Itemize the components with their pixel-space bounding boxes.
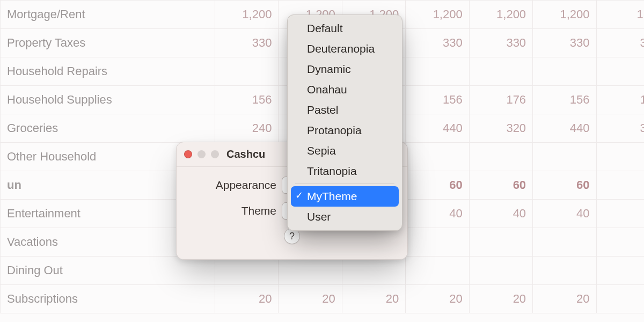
cell[interactable]: 156 xyxy=(533,86,596,114)
cell[interactable]: 20 xyxy=(342,285,405,313)
cell[interactable] xyxy=(406,143,469,171)
cell[interactable] xyxy=(596,143,644,171)
table-row: Subscriptions2020202020202 xyxy=(1,285,645,313)
cell[interactable]: 32 xyxy=(596,114,644,143)
cell[interactable]: 60 xyxy=(533,171,596,200)
cell[interactable] xyxy=(406,57,469,86)
cell[interactable] xyxy=(596,257,644,285)
menu-item-sepia[interactable]: Sepia xyxy=(291,141,399,161)
cell[interactable]: 4 xyxy=(596,200,644,228)
cell[interactable]: 33 xyxy=(596,29,644,57)
cell[interactable]: 20 xyxy=(469,285,532,313)
menu-item-protanopia[interactable]: Protanopia xyxy=(291,120,399,141)
cell[interactable]: 330 xyxy=(406,29,469,57)
cell[interactable]: 156 xyxy=(406,86,469,114)
cell[interactable]: 320 xyxy=(469,114,532,143)
table-row: Dining Out xyxy=(1,257,645,285)
appearance-label: Appearance xyxy=(191,179,282,192)
cell[interactable] xyxy=(533,57,596,86)
cell[interactable] xyxy=(596,57,644,86)
cell[interactable]: 1,2 xyxy=(596,1,644,29)
cell[interactable] xyxy=(342,257,405,285)
cell[interactable] xyxy=(469,228,532,257)
menu-separator xyxy=(295,184,394,184)
menu-item-mytheme[interactable]: MyTheme xyxy=(291,186,399,207)
cell[interactable]: 40 xyxy=(406,200,469,228)
menu-item-onahau[interactable]: Onahau xyxy=(291,79,399,100)
cell[interactable] xyxy=(533,228,596,257)
cell[interactable] xyxy=(469,57,532,86)
close-icon[interactable] xyxy=(184,150,192,158)
menu-item-default[interactable]: Default xyxy=(291,18,399,39)
cell[interactable] xyxy=(215,57,279,86)
cell[interactable]: 40 xyxy=(533,200,596,228)
cell[interactable]: 240 xyxy=(215,114,279,143)
cell[interactable]: 156 xyxy=(215,86,279,114)
minimize-icon[interactable] xyxy=(197,150,206,158)
cell[interactable]: 440 xyxy=(406,114,469,143)
cell[interactable] xyxy=(533,143,596,171)
cell[interactable]: 20 xyxy=(406,285,469,313)
window-title: Cashcu xyxy=(226,148,265,160)
cell[interactable] xyxy=(533,257,596,285)
cell[interactable]: 20 xyxy=(533,285,596,313)
cell[interactable]: 176 xyxy=(469,86,532,114)
row-label: Household Supplies xyxy=(1,86,215,114)
row-label: Groceries xyxy=(1,114,215,143)
theme-menu[interactable]: DefaultDeuteranopiaDynamicOnahauPastelPr… xyxy=(287,14,402,231)
cell[interactable]: 1,200 xyxy=(533,1,596,29)
zoom-icon[interactable] xyxy=(211,150,219,158)
row-label: Subscriptions xyxy=(1,285,215,313)
cell[interactable]: 1,200 xyxy=(469,1,532,29)
cell[interactable]: 2 xyxy=(596,285,644,313)
row-label: Household Repairs xyxy=(1,57,215,86)
cell[interactable]: 1,200 xyxy=(215,1,279,29)
menu-item-dynamic[interactable]: Dynamic xyxy=(291,59,399,79)
row-label: Dining Out xyxy=(1,257,215,285)
row-label: Mortgage/Rent xyxy=(1,1,215,29)
cell[interactable]: 440 xyxy=(533,114,596,143)
cell[interactable]: 60 xyxy=(406,171,469,200)
theme-label: Theme xyxy=(191,204,282,217)
cell[interactable]: 330 xyxy=(215,29,279,57)
cell[interactable]: 17 xyxy=(596,86,644,114)
menu-item-tritanopia[interactable]: Tritanopia xyxy=(291,161,399,181)
cell[interactable]: 330 xyxy=(469,29,532,57)
cell[interactable]: 40 xyxy=(469,200,532,228)
row-label: Property Taxes xyxy=(1,29,215,57)
menu-item-pastel[interactable]: Pastel xyxy=(291,100,399,120)
cell[interactable] xyxy=(406,228,469,257)
window-traffic-lights xyxy=(184,150,219,158)
cell[interactable]: 6 xyxy=(596,171,644,200)
cell[interactable]: 20 xyxy=(215,285,279,313)
cell[interactable]: 60 xyxy=(469,171,532,200)
menu-item-user[interactable]: User xyxy=(291,207,399,227)
cell[interactable] xyxy=(596,228,644,257)
cell[interactable]: 1,200 xyxy=(406,1,469,29)
cell[interactable]: 20 xyxy=(279,285,342,313)
cell[interactable] xyxy=(469,143,532,171)
cell[interactable]: 330 xyxy=(533,29,596,57)
cell[interactable] xyxy=(469,257,532,285)
cell[interactable] xyxy=(215,257,279,285)
menu-item-deuteranopia[interactable]: Deuteranopia xyxy=(291,39,399,59)
cell[interactable] xyxy=(406,257,469,285)
cell[interactable] xyxy=(279,257,342,285)
